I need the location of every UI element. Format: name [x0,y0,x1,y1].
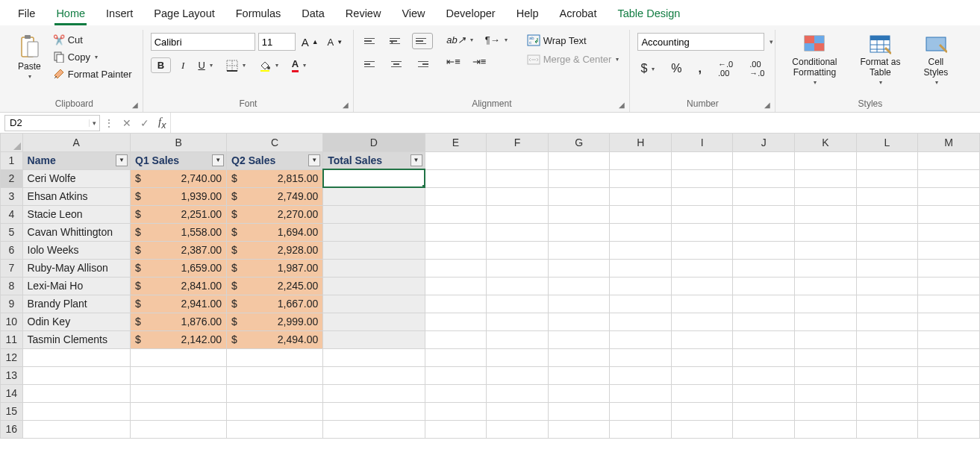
cell-E15[interactable] [425,402,487,420]
col-header-K[interactable]: K [795,134,857,151]
cell-H3[interactable] [610,187,672,205]
cell-E16[interactable] [425,420,487,438]
cell-C11[interactable]: $2,494.00 [227,330,323,348]
rtl-button[interactable]: ¶→▾ [482,33,511,47]
cell-J3[interactable] [733,187,795,205]
cell-K10[interactable] [795,313,857,330]
cell-F4[interactable] [487,205,549,223]
cell-K5[interactable] [795,223,857,241]
cell-L10[interactable] [856,313,918,330]
cell-C16[interactable] [227,420,323,438]
cell-J9[interactable] [733,295,795,313]
cell-L3[interactable] [856,187,918,205]
dialog-launcher-icon[interactable]: ◢ [343,101,349,109]
menu-developer[interactable]: Developer [436,3,506,25]
cell-H16[interactable] [610,420,672,438]
cell-K4[interactable] [795,205,857,223]
cell-B1[interactable]: Q1 Sales▼ [131,151,227,169]
cell-D10[interactable] [323,313,425,330]
cell-J10[interactable] [733,313,795,330]
cell-H9[interactable] [610,295,672,313]
cell-K7[interactable] [795,259,857,277]
cell-H5[interactable] [610,223,672,241]
conditional-formatting-button[interactable]: Conditional Formatting▾ [783,33,846,87]
col-header-D[interactable]: D [323,134,425,151]
cell-M16[interactable] [918,420,980,438]
cell-L12[interactable] [856,348,918,366]
cell-M9[interactable] [918,295,980,313]
copy-button[interactable]: Copy ▾ [50,49,135,64]
cell-K8[interactable] [795,277,857,295]
col-header-H[interactable]: H [610,134,672,151]
cell-D15[interactable] [323,402,425,420]
cell-B11[interactable]: $2,142.00 [131,330,227,348]
cell-B14[interactable] [131,384,227,402]
dialog-launcher-icon[interactable]: ◢ [132,101,138,109]
row-header-12[interactable]: 12 [1,348,23,366]
cell-D16[interactable] [323,420,425,438]
orientation-button[interactable]: ab↗▾ [443,33,475,47]
cell-M12[interactable] [918,348,980,366]
merge-center-button[interactable]: Merge & Center ▾ [524,52,622,66]
cell-K1[interactable] [795,151,857,169]
cell-A15[interactable] [22,402,130,420]
cell-A4[interactable]: Stacie Leon [22,205,130,223]
fx-icon[interactable]: fx [154,116,170,131]
cell-I13[interactable] [672,366,733,384]
cell-D5[interactable] [323,223,425,241]
cell-H14[interactable] [610,384,672,402]
menu-view[interactable]: View [391,3,435,25]
cell-J2[interactable] [733,169,795,187]
cell-K9[interactable] [795,295,857,313]
underline-button[interactable]: U▾ [195,58,215,72]
increase-font-button[interactable]: A▲ [299,34,322,50]
cell-J16[interactable] [733,420,795,438]
col-header-F[interactable]: F [487,134,549,151]
align-bottom-button[interactable] [412,33,433,49]
cell-F1[interactable] [487,151,549,169]
col-header-M[interactable]: M [918,134,980,151]
row-header-9[interactable]: 9 [1,295,23,313]
cell-G4[interactable] [548,205,610,223]
cell-I16[interactable] [672,420,733,438]
cell-F7[interactable] [487,259,549,277]
formula-input[interactable] [171,113,980,133]
cell-I5[interactable] [672,223,733,241]
cell-I8[interactable] [672,277,733,295]
cell-H15[interactable] [610,402,672,420]
cell-D6[interactable] [323,241,425,259]
decrease-decimal-button[interactable]: .00→.0 [746,58,767,79]
cell-E9[interactable] [425,295,487,313]
cell-J6[interactable] [733,241,795,259]
cell-D3[interactable] [323,187,425,205]
col-header-C[interactable]: C [227,134,323,151]
menu-formulas[interactable]: Formulas [225,3,291,25]
cell-J13[interactable] [733,366,795,384]
menu-table-design[interactable]: Table Design [607,3,690,25]
cell-K13[interactable] [795,366,857,384]
borders-button[interactable]: ▾ [223,58,249,73]
cell-F2[interactable] [487,169,549,187]
cell-E7[interactable] [425,259,487,277]
cell-M15[interactable] [918,402,980,420]
cell-H2[interactable] [610,169,672,187]
col-header-B[interactable]: B [131,134,227,151]
wrap-text-button[interactable]: abc Wrap Text [524,33,622,48]
cell-D13[interactable] [323,366,425,384]
cell-L14[interactable] [856,384,918,402]
cell-J11[interactable] [733,330,795,348]
cell-H7[interactable] [610,259,672,277]
row-header-13[interactable]: 13 [1,366,23,384]
menu-file[interactable]: File [7,3,46,25]
cell-C3[interactable]: $2,749.00 [227,187,323,205]
cell-M1[interactable] [918,151,980,169]
cell-E14[interactable] [425,384,487,402]
cell-L4[interactable] [856,205,918,223]
cell-C6[interactable]: $2,928.00 [227,241,323,259]
cell-B12[interactable] [131,348,227,366]
cell-C12[interactable] [227,348,323,366]
cell-K16[interactable] [795,420,857,438]
row-header-1[interactable]: 1 [1,151,23,169]
col-header-L[interactable]: L [856,134,918,151]
cell-B3[interactable]: $1,939.00 [131,187,227,205]
